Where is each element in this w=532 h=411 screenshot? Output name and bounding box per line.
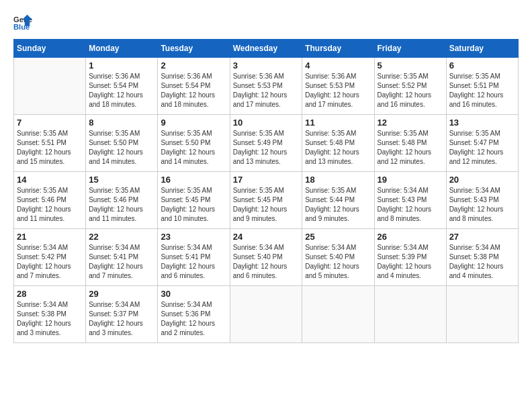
day-number: 28 [17,289,83,299]
day-number: 29 [89,289,154,299]
calendar-cell: 28Sunrise: 5:34 AM Sunset: 5:38 PM Dayli… [14,286,86,343]
day-number: 8 [89,118,154,128]
day-info: Sunrise: 5:35 AM Sunset: 5:46 PM Dayligh… [17,186,83,224]
calendar-cell: 22Sunrise: 5:34 AM Sunset: 5:41 PM Dayli… [86,229,158,286]
day-info: Sunrise: 5:35 AM Sunset: 5:48 PM Dayligh… [378,129,443,167]
day-info: Sunrise: 5:35 AM Sunset: 5:45 PM Dayligh… [161,186,226,224]
day-info: Sunrise: 5:35 AM Sunset: 5:47 PM Dayligh… [449,129,515,167]
day-info: Sunrise: 5:36 AM Sunset: 5:54 PM Dayligh… [161,72,226,109]
day-number: 7 [17,118,83,128]
day-info: Sunrise: 5:34 AM Sunset: 5:42 PM Dayligh… [17,243,83,281]
day-number: 25 [305,232,371,242]
calendar-cell: 29Sunrise: 5:34 AM Sunset: 5:37 PM Dayli… [86,286,158,343]
day-info: Sunrise: 5:35 AM Sunset: 5:48 PM Dayligh… [305,129,371,167]
column-header-monday: Monday [86,40,158,58]
day-number: 13 [449,118,515,128]
column-header-sunday: Sunday [14,40,86,58]
day-number: 11 [305,118,371,128]
day-number: 12 [378,118,443,128]
column-header-saturday: Saturday [446,40,518,58]
calendar-cell: 13Sunrise: 5:35 AM Sunset: 5:47 PM Dayli… [446,115,518,172]
day-info: Sunrise: 5:36 AM Sunset: 5:54 PM Dayligh… [89,72,154,109]
calendar-cell: 5Sunrise: 5:35 AM Sunset: 5:52 PM Daylig… [374,58,446,115]
calendar-cell: 24Sunrise: 5:34 AM Sunset: 5:40 PM Dayli… [230,229,302,286]
day-info: Sunrise: 5:35 AM Sunset: 5:51 PM Dayligh… [17,129,83,167]
day-number: 2 [161,60,226,71]
logo: General Blue [13,13,35,32]
calendar-cell: 27Sunrise: 5:34 AM Sunset: 5:38 PM Dayli… [446,229,518,286]
calendar-cell: 26Sunrise: 5:34 AM Sunset: 5:39 PM Dayli… [374,229,446,286]
week-row-2: 7Sunrise: 5:35 AM Sunset: 5:51 PM Daylig… [14,115,519,172]
day-info: Sunrise: 5:34 AM Sunset: 5:43 PM Dayligh… [378,186,443,224]
calendar-cell: 17Sunrise: 5:35 AM Sunset: 5:45 PM Dayli… [230,172,302,229]
calendar-cell: 6Sunrise: 5:35 AM Sunset: 5:51 PM Daylig… [446,58,518,115]
day-info: Sunrise: 5:34 AM Sunset: 5:43 PM Dayligh… [449,186,515,224]
calendar-cell [374,286,446,343]
week-row-3: 14Sunrise: 5:35 AM Sunset: 5:46 PM Dayli… [14,172,519,229]
day-number: 30 [161,289,226,299]
calendar-cell: 9Sunrise: 5:35 AM Sunset: 5:50 PM Daylig… [158,115,230,172]
calendar-cell: 30Sunrise: 5:34 AM Sunset: 5:36 PM Dayli… [158,286,230,343]
day-number: 23 [161,232,226,242]
calendar-cell: 21Sunrise: 5:34 AM Sunset: 5:42 PM Dayli… [14,229,86,286]
day-info: Sunrise: 5:35 AM Sunset: 5:46 PM Dayligh… [89,186,154,224]
calendar-cell: 16Sunrise: 5:35 AM Sunset: 5:45 PM Dayli… [158,172,230,229]
day-number: 24 [233,232,300,242]
calendar-cell: 19Sunrise: 5:34 AM Sunset: 5:43 PM Dayli… [374,172,446,229]
calendar-cell: 15Sunrise: 5:35 AM Sunset: 5:46 PM Dayli… [86,172,158,229]
day-number: 4 [305,60,371,71]
day-info: Sunrise: 5:34 AM Sunset: 5:40 PM Dayligh… [305,243,371,281]
day-info: Sunrise: 5:34 AM Sunset: 5:38 PM Dayligh… [449,243,515,281]
calendar-cell: 18Sunrise: 5:35 AM Sunset: 5:44 PM Dayli… [302,172,374,229]
day-info: Sunrise: 5:34 AM Sunset: 5:41 PM Dayligh… [89,243,154,281]
day-info: Sunrise: 5:34 AM Sunset: 5:39 PM Dayligh… [378,243,443,281]
page-header: General Blue [13,13,519,32]
day-number: 16 [161,175,226,185]
day-number: 3 [233,60,300,71]
calendar-cell: 25Sunrise: 5:34 AM Sunset: 5:40 PM Dayli… [302,229,374,286]
calendar-cell: 8Sunrise: 5:35 AM Sunset: 5:50 PM Daylig… [86,115,158,172]
day-number: 9 [161,118,226,128]
day-number: 1 [89,60,154,71]
calendar-cell [14,58,86,115]
calendar-cell: 12Sunrise: 5:35 AM Sunset: 5:48 PM Dayli… [374,115,446,172]
calendar-cell: 7Sunrise: 5:35 AM Sunset: 5:51 PM Daylig… [14,115,86,172]
week-row-4: 21Sunrise: 5:34 AM Sunset: 5:42 PM Dayli… [14,229,519,286]
day-info: Sunrise: 5:34 AM Sunset: 5:38 PM Dayligh… [17,300,83,338]
calendar-cell: 3Sunrise: 5:36 AM Sunset: 5:53 PM Daylig… [230,58,302,115]
day-info: Sunrise: 5:35 AM Sunset: 5:52 PM Dayligh… [378,72,443,109]
week-row-1: 1Sunrise: 5:36 AM Sunset: 5:54 PM Daylig… [14,58,519,115]
calendar-cell: 23Sunrise: 5:34 AM Sunset: 5:41 PM Dayli… [158,229,230,286]
day-info: Sunrise: 5:35 AM Sunset: 5:44 PM Dayligh… [305,186,371,224]
column-header-friday: Friday [374,40,446,58]
calendar-cell [446,286,518,343]
calendar-cell [230,286,302,343]
week-row-5: 28Sunrise: 5:34 AM Sunset: 5:38 PM Dayli… [14,286,519,343]
day-info: Sunrise: 5:35 AM Sunset: 5:49 PM Dayligh… [233,129,300,167]
calendar-cell: 1Sunrise: 5:36 AM Sunset: 5:54 PM Daylig… [86,58,158,115]
calendar-cell: 2Sunrise: 5:36 AM Sunset: 5:54 PM Daylig… [158,58,230,115]
calendar-cell [302,286,374,343]
day-info: Sunrise: 5:35 AM Sunset: 5:45 PM Dayligh… [233,186,300,224]
column-header-wednesday: Wednesday [230,40,302,58]
day-number: 14 [17,175,83,185]
day-info: Sunrise: 5:35 AM Sunset: 5:50 PM Dayligh… [161,129,226,167]
day-info: Sunrise: 5:34 AM Sunset: 5:40 PM Dayligh… [233,243,300,281]
calendar-table: SundayMondayTuesdayWednesdayThursdayFrid… [13,39,519,343]
day-info: Sunrise: 5:36 AM Sunset: 5:53 PM Dayligh… [233,72,300,109]
day-number: 6 [449,60,515,71]
day-info: Sunrise: 5:34 AM Sunset: 5:41 PM Dayligh… [161,243,226,281]
calendar-cell: 4Sunrise: 5:36 AM Sunset: 5:53 PM Daylig… [302,58,374,115]
day-number: 19 [378,175,443,185]
day-info: Sunrise: 5:36 AM Sunset: 5:53 PM Dayligh… [305,72,371,109]
calendar-cell: 20Sunrise: 5:34 AM Sunset: 5:43 PM Dayli… [446,172,518,229]
day-number: 15 [89,175,154,185]
day-info: Sunrise: 5:34 AM Sunset: 5:37 PM Dayligh… [89,300,154,338]
day-number: 17 [233,175,300,185]
day-number: 26 [378,232,443,242]
day-number: 18 [305,175,371,185]
day-info: Sunrise: 5:34 AM Sunset: 5:36 PM Dayligh… [161,300,226,338]
calendar-cell: 11Sunrise: 5:35 AM Sunset: 5:48 PM Dayli… [302,115,374,172]
column-header-thursday: Thursday [302,40,374,58]
day-number: 27 [449,232,515,242]
